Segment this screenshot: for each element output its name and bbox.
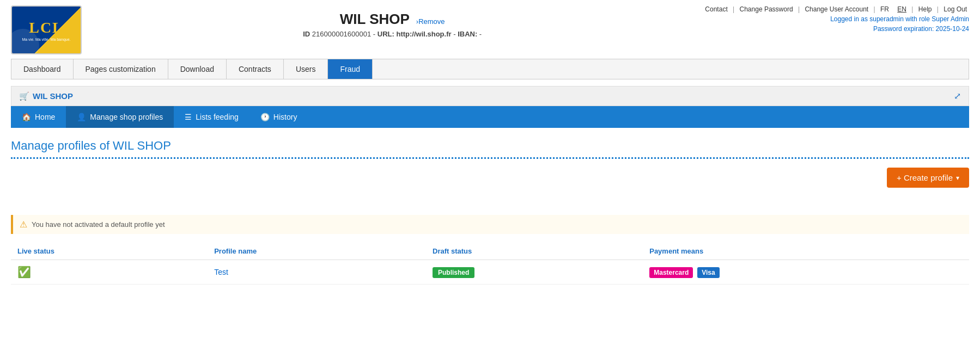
nav-contact[interactable]: Contact (705, 5, 727, 13)
create-profile-button[interactable]: + Create profile ▾ (887, 168, 969, 188)
sub-nav-manage-label: Manage shop profiles (90, 113, 163, 121)
sub-nav-lists-label: Lists feeding (196, 113, 239, 121)
divider (11, 157, 969, 159)
warning-text: You have not activated a default profile… (32, 220, 165, 229)
col-live-status: Live status (11, 243, 208, 260)
logo-area: LCL Ma vie. Ma ville. Ma banque. (11, 5, 82, 54)
active-status-icon: ✅ (17, 266, 31, 278)
nav-lang-en[interactable]: EN (897, 5, 906, 13)
tab-users[interactable]: Users (284, 59, 328, 79)
warning-bar: ⚠ You have not activated a default profi… (11, 215, 969, 234)
published-badge: Published (433, 267, 474, 278)
password-expiry: Password expiration: 2025-10-24 (703, 25, 969, 33)
page-heading: Manage profiles of WIL SHOP (11, 139, 969, 153)
col-draft-status: Draft status (426, 243, 643, 260)
clock-icon: 🕐 (260, 113, 270, 121)
logo-text: LCL (29, 19, 64, 36)
live-status-cell: ✅ (11, 260, 208, 285)
sub-nav-lists-feeding[interactable]: ☰ Lists feeding (174, 106, 249, 128)
nav-lang-fr[interactable]: FR (880, 5, 889, 13)
logged-info: Logged in as superadmin with role Super … (703, 15, 969, 23)
main-nav-tabs: Dashboard Pages customization Download C… (11, 59, 969, 79)
table-body: ✅ Test Published Mastercard Visa (11, 260, 969, 285)
create-profile-label: + Create profile (897, 173, 953, 182)
logo-image: LCL Ma vie. Ma ville. Ma banque. (11, 5, 82, 54)
sub-nav-history[interactable]: 🕐 History (249, 106, 308, 128)
profile-name-cell[interactable]: Test (208, 260, 426, 285)
tab-pages-customization[interactable]: Pages customization (74, 59, 168, 79)
nav-logout[interactable]: Log Out (944, 5, 967, 13)
table-row: ✅ Test Published Mastercard Visa (11, 260, 969, 285)
visa-badge: Visa (697, 267, 719, 278)
dropdown-arrow-icon: ▾ (956, 174, 959, 182)
mastercard-badge: Mastercard (649, 267, 693, 278)
sub-nav-home[interactable]: 🏠 Home (11, 106, 66, 128)
tab-dashboard[interactable]: Dashboard (11, 59, 74, 79)
tab-contracts[interactable]: Contracts (227, 59, 284, 79)
nav-help[interactable]: Help (918, 5, 932, 13)
tab-fraud[interactable]: Fraud (328, 59, 373, 79)
payment-means-cell: Mastercard Visa (643, 260, 969, 285)
cart-icon: 🛒 (19, 91, 29, 101)
tab-download[interactable]: Download (168, 59, 227, 79)
draft-status-cell: Published (426, 260, 643, 285)
user-icon: 👤 (77, 113, 86, 121)
section-header: 🛒 WIL SHOP ⤢ (11, 86, 969, 106)
logo-subtitle: Ma vie. Ma ville. Ma banque. (22, 38, 70, 41)
shop-name: WIL SHOP (340, 11, 410, 27)
top-header: LCL Ma vie. Ma ville. Ma banque. WIL SHO… (0, 0, 980, 54)
profiles-table: Live status Profile name Draft status Pa… (11, 243, 969, 285)
top-right-nav: Contact | Change Password | Change User … (703, 5, 969, 33)
sub-nav-history-label: History (273, 113, 297, 121)
shop-title-area: WIL SHOP ›Remove ID 216000001600001 - UR… (82, 5, 703, 38)
nav-change-password[interactable]: Change Password (740, 5, 793, 13)
sub-nav-manage-profiles[interactable]: 👤 Manage shop profiles (66, 106, 174, 128)
col-profile-name: Profile name (208, 243, 426, 260)
home-icon: 🏠 (22, 113, 31, 121)
content-area: Manage profiles of WIL SHOP + Create pro… (11, 139, 969, 285)
remove-link[interactable]: ›Remove (416, 17, 445, 26)
expand-icon[interactable]: ⤢ (954, 91, 961, 101)
nav-change-user-account[interactable]: Change User Account (805, 5, 868, 13)
top-nav-links: Contact | Change Password | Change User … (703, 5, 969, 13)
actions-row: + Create profile ▾ (11, 168, 969, 188)
sub-nav-home-label: Home (35, 113, 55, 121)
table-header: Live status Profile name Draft status Pa… (11, 243, 969, 260)
col-payment-means: Payment means (643, 243, 969, 260)
warning-icon: ⚠ (20, 219, 27, 230)
section-shop-label: 🛒 WIL SHOP (19, 91, 73, 101)
shop-meta: ID 216000001600001 - URL: http://wil.sho… (93, 30, 692, 38)
sub-nav: 🏠 Home 👤 Manage shop profiles ☰ Lists fe… (11, 106, 969, 128)
list-icon: ☰ (185, 113, 192, 121)
section-shop-name: WIL SHOP (33, 91, 73, 101)
